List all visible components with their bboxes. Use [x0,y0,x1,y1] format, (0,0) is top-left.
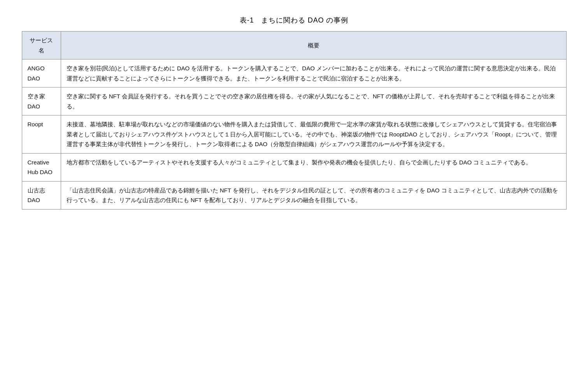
service-summary: 地方都市で活動をしているアーティストやそれを支援する人々がコミュニティとして集ま… [61,153,566,181]
service-summary: 未接道、墓地隣接、駐車場が取れないなどの市場価値のない物件を購入または貸借して、… [61,115,566,154]
table-body: ANGO DAO空き家を別荘(民泊)として活用するために DAO を活用する。ト… [22,59,566,210]
table-row: 空き家 DAO空き家に関する NFT 会員証を発行する。それを買うことでその空き… [22,87,566,115]
service-name: Roopt [22,115,61,154]
service-name: 山古志 DAO [22,181,61,209]
table-row: 山古志 DAO「山古志住民会議」が山古志の特産品である錦鯉を描いた NFT を発… [22,181,566,209]
service-name: 空き家 DAO [22,87,61,115]
header-service: サービス名 [22,31,61,59]
dao-table: サービス名 概要 ANGO DAO空き家を別荘(民泊)として活用するために DA… [22,31,567,210]
page-container: 表-1 まちに関わる DAO の事例 サービス名 概要 ANGO DAO空き家を… [22,16,567,210]
service-name: ANGO DAO [22,59,61,87]
service-summary: 空き家に関する NFT 会員証を発行する。それを買うことでその空き家の居住権を得… [61,87,566,115]
table-row: Creative Hub DAO地方都市で活動をしているアーティストやそれを支援… [22,153,566,181]
table-row: ANGO DAO空き家を別荘(民泊)として活用するために DAO を活用する。ト… [22,59,566,87]
table-header-row: サービス名 概要 [22,31,566,59]
service-name: Creative Hub DAO [22,153,61,181]
table-title: 表-1 まちに関わる DAO の事例 [22,16,567,25]
service-summary: 空き家を別荘(民泊)として活用するために DAO を活用する。トークンを購入する… [61,59,566,87]
header-summary: 概要 [61,31,566,59]
service-summary: 「山古志住民会議」が山古志の特産品である錦鯉を描いた NFT を発行し、それをデ… [61,181,566,209]
table-row: Roopt未接道、墓地隣接、駐車場が取れないなどの市場価値のない物件を購入または… [22,115,566,154]
